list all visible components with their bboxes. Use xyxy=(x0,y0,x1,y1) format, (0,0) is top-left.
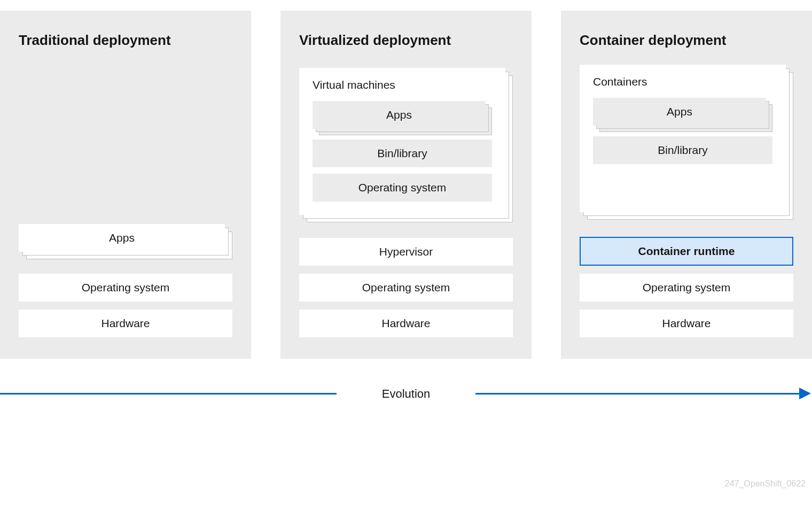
vm-lib-box: Bin/library xyxy=(313,140,492,167)
column-title: Traditional deployment xyxy=(19,32,232,49)
os-box: Operating system xyxy=(19,274,232,302)
column-traditional: Traditional deployment Apps Operating sy… xyxy=(0,11,251,359)
container-lib-box: Bin/library xyxy=(593,136,772,164)
container-title: Containers xyxy=(593,75,772,88)
os-box: Operating system xyxy=(580,274,793,302)
arrow-line xyxy=(475,393,801,395)
hardware-box: Hardware xyxy=(580,310,793,337)
watermark: 247_OpenShift_0622 xyxy=(725,479,806,489)
hardware-box: Hardware xyxy=(299,310,513,337)
apps-stack: Apps xyxy=(19,224,225,252)
vm-apps-label: Apps xyxy=(313,101,486,129)
hypervisor-box: Hypervisor xyxy=(299,238,513,266)
vm-os-box: Operating system xyxy=(313,174,492,202)
hardware-box: Hardware xyxy=(19,310,232,337)
vm-stack: Virtual machines Apps Bin/library Operat… xyxy=(299,68,505,215)
column-title: Virtualized deployment xyxy=(299,32,513,49)
columns-container: Traditional deployment Apps Operating sy… xyxy=(0,0,812,359)
vm-apps-stack: Apps xyxy=(313,101,486,129)
arrow-head-icon xyxy=(799,388,811,399)
os-box: Operating system xyxy=(299,274,513,302)
vm-title: Virtual machines xyxy=(313,79,492,91)
vm-front: Virtual machines Apps Bin/library Operat… xyxy=(299,68,505,215)
column-virtualized: Virtualized deployment Virtual machines … xyxy=(280,11,532,359)
apps-label: Apps xyxy=(19,224,225,252)
container-apps-label: Apps xyxy=(593,98,766,126)
container-front: Containers Apps Bin/library xyxy=(580,65,786,212)
container-stack: Containers Apps Bin/library xyxy=(580,65,786,212)
evolution-arrow: Evolution xyxy=(0,383,812,404)
column-title: Container deployment xyxy=(580,32,793,49)
column-container: Container deployment Containers Apps Bin… xyxy=(561,11,812,359)
container-apps-stack: Apps xyxy=(593,98,766,126)
spacer xyxy=(19,65,232,224)
container-runtime-box: Container runtime xyxy=(580,237,793,266)
